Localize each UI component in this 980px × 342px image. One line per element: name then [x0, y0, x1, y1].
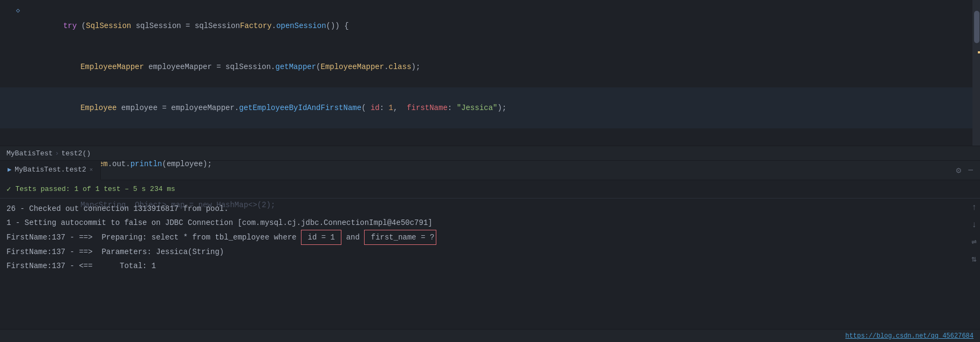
console-right-controls: ↑ ↓ ⇌ ⇅	[968, 199, 980, 269]
bottom-section: ✓ Tests passed: 1 of 1 test – 5 s 234 ms…	[0, 180, 980, 342]
editor-area: ◇ try (SqlSession sqlSession = sqlSessio…	[0, 0, 980, 146]
code-line-5: System.out.println(employee);	[0, 143, 980, 184]
diamond-icon-1: ◇	[16, 6, 20, 15]
code-line-4	[0, 128, 980, 143]
tab-run-icon: ▶	[8, 166, 11, 174]
console-line-3: FirstName:137 - ==> Parameters: Jessica(…	[6, 245, 974, 259]
wrap-icon[interactable]: ⇌	[971, 235, 977, 249]
console-text-2b: and	[341, 230, 364, 244]
main-container: ◇ try (SqlSession sqlSession = sqlSessio…	[0, 0, 980, 342]
tab-mybatis-test2[interactable]: ▶ MyBatisTest.test2 ×	[0, 161, 101, 180]
up-arrow-icon[interactable]: ↑	[971, 201, 977, 215]
highlighted-first-name: first_name = ?	[364, 230, 436, 245]
console-line-4: FirstName:137 - <== Total: 1	[6, 259, 974, 273]
console-text-1: 1 - Setting autocommit to false on JDBC …	[6, 216, 433, 230]
code-text-3: Employee employee = employeeMapper.getEm…	[27, 88, 506, 127]
console-text-0: 26 - Checked out connection 1313916817 f…	[6, 202, 229, 216]
scroll-thumb[interactable]	[974, 11, 979, 43]
console-content: 26 - Checked out connection 1313916817 f…	[0, 199, 980, 276]
code-line-3: Employee employee = employeeMapper.getEm…	[0, 87, 980, 128]
status-bar: https://blog.csdn.net/qq_45627684	[0, 329, 980, 342]
tab-label: MyBatisTest.test2	[15, 166, 86, 174]
code-text-1: try (SqlSession sqlSession = sqlSessionF…	[27, 6, 349, 45]
csdn-link[interactable]: https://blog.csdn.net/qq_45627684	[845, 332, 974, 340]
yellow-marker	[978, 51, 980, 53]
sort-icon[interactable]: ⇅	[971, 252, 977, 266]
console-text-2a: FirstName:137 - ==> Preparing: select * …	[6, 230, 301, 244]
code-text-2: EmployeeMapper employeeMapper = sqlSessi…	[27, 47, 420, 86]
editor-scrollbar[interactable]	[972, 0, 980, 146]
gutter-1: ◇	[0, 6, 24, 15]
tab-close-button[interactable]: ×	[90, 167, 93, 173]
test-header: ✓ Tests passed: 1 of 1 test – 5 s 234 ms	[0, 180, 980, 199]
code-line-1: ◇ try (SqlSession sqlSession = sqlSessio…	[0, 5, 980, 46]
test-passed-icon: ✓	[6, 184, 11, 194]
highlighted-id: id = 1	[301, 230, 341, 245]
console-text-4: FirstName:137 - <== Total: 1	[6, 259, 156, 273]
down-arrow-icon[interactable]: ↓	[971, 218, 977, 232]
console-line-2: FirstName:137 - ==> Preparing: select * …	[6, 230, 974, 245]
console-text-3: FirstName:137 - ==> Parameters: Jessica(…	[6, 245, 224, 259]
console-line-1: 1 - Setting autocommit to false on JDBC …	[6, 216, 974, 230]
console-line-0: 26 - Checked out connection 1313916817 f…	[6, 202, 974, 216]
code-line-2: EmployeeMapper employeeMapper = sqlSessi…	[0, 46, 980, 87]
test-passed-text: Tests passed: 1 of 1 test – 5 s 234 ms	[15, 185, 175, 193]
